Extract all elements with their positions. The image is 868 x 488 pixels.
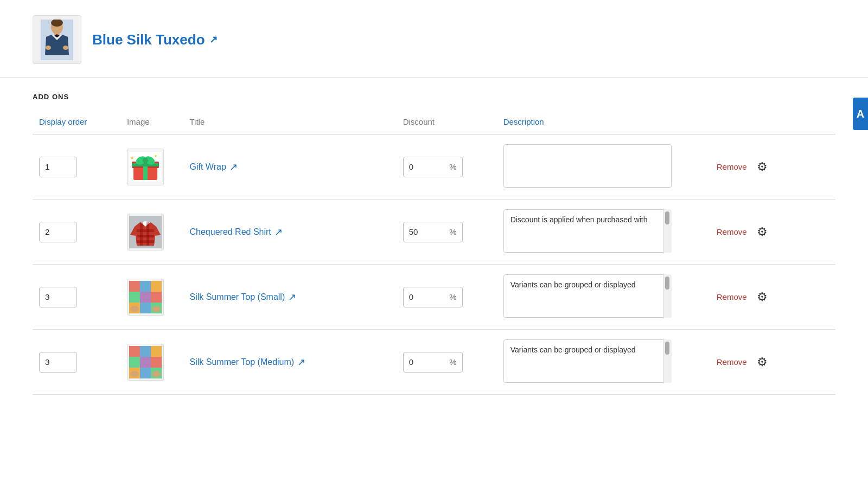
svg-rect-34 <box>140 357 151 368</box>
remove-button[interactable]: Remove <box>717 162 747 171</box>
th-description: Description <box>497 112 710 134</box>
svg-rect-23 <box>151 292 162 303</box>
th-title: Title <box>183 112 397 134</box>
th-display-order[interactable]: Display order <box>33 112 120 134</box>
summer-top-image <box>129 346 162 378</box>
item-title-cell: Silk Summer Top (Medium)↗ <box>183 330 397 395</box>
item-title-text: Silk Summer Top (Medium) <box>190 357 295 367</box>
description-scrollbar-thumb <box>665 277 669 290</box>
item-title-cell: Silk Summer Top (Small)↗ <box>183 265 397 330</box>
svg-rect-35 <box>151 357 162 368</box>
svg-point-27 <box>130 306 139 312</box>
item-title-link[interactable]: Silk Summer Top (Medium)↗ <box>190 356 390 368</box>
item-title-cell: Chequered Red Shirt↗ <box>183 200 397 265</box>
settings-gear-icon[interactable]: ⚙ <box>757 290 768 304</box>
display-order-input[interactable] <box>39 157 77 177</box>
actions-cell: Remove⚙ <box>710 330 835 395</box>
svg-point-28 <box>152 306 161 312</box>
description-scrollbar-thumb <box>665 211 669 224</box>
display-order-input[interactable] <box>39 222 77 242</box>
product-title: Blue Silk Tuxedo <box>92 31 205 48</box>
description-scrollbar-thumb <box>665 342 669 355</box>
product-title-link[interactable]: Blue Silk Tuxedo ↗ <box>92 31 218 48</box>
svg-rect-25 <box>140 303 151 313</box>
product-thumbnail <box>33 15 81 64</box>
product-image-cell <box>120 330 183 395</box>
page: Blue Silk Tuxedo ↗ ADD ONS Display order… <box>0 0 868 488</box>
product-image-cell <box>120 265 183 330</box>
discount-group: % <box>403 157 463 177</box>
discount-group: % <box>403 287 463 307</box>
item-title-cell: Gift Wrap↗ <box>183 134 397 200</box>
description-textarea[interactable] <box>503 339 672 383</box>
actions-container: Remove⚙ <box>717 225 829 239</box>
actions-container: Remove⚙ <box>717 355 829 369</box>
settings-gear-icon[interactable]: ⚙ <box>757 160 768 174</box>
display-order-cell <box>33 330 120 395</box>
settings-gear-icon[interactable]: ⚙ <box>757 355 768 369</box>
table-row: Silk Summer Top (Small)↗%Remove⚙ <box>33 265 835 330</box>
table-header-row: Display order Image Title Discount Descr… <box>33 112 835 134</box>
svg-rect-19 <box>140 281 151 292</box>
product-header: Blue Silk Tuxedo ↗ <box>0 0 868 77</box>
th-actions <box>710 112 835 134</box>
svg-rect-21 <box>129 292 140 303</box>
description-cell <box>497 330 710 395</box>
discount-percent-symbol: % <box>447 162 462 171</box>
description-textarea[interactable] <box>503 209 672 253</box>
remove-button[interactable]: Remove <box>717 357 747 367</box>
external-link-icon: ↗ <box>209 34 218 46</box>
actions-cell: Remove⚙ <box>710 134 835 200</box>
discount-input[interactable] <box>404 292 448 301</box>
discount-input[interactable] <box>404 357 448 367</box>
discount-percent-symbol: % <box>447 227 462 236</box>
description-scrollbar <box>663 339 672 383</box>
item-title-link[interactable]: Chequered Red Shirt↗ <box>190 226 390 238</box>
table-row: Chequered Red Shirt↗%Remove⚙ <box>33 200 835 265</box>
table-row: Silk Summer Top (Medium)↗%Remove⚙ <box>33 330 835 395</box>
description-textarea[interactable] <box>503 144 672 188</box>
discount-cell: % <box>397 265 497 330</box>
product-image-red-shirt <box>127 214 164 251</box>
svg-rect-22 <box>140 292 151 303</box>
discount-cell: % <box>397 200 497 265</box>
display-order-input[interactable] <box>39 287 77 307</box>
description-cell <box>497 265 710 330</box>
product-image-cell: ★ ★ <box>120 134 183 200</box>
item-title-link[interactable]: Silk Summer Top (Small)↗ <box>190 291 390 303</box>
display-order-input[interactable] <box>39 352 77 373</box>
discount-input[interactable] <box>404 227 448 236</box>
svg-point-4 <box>46 46 51 50</box>
product-image-gift-wrap: ★ ★ <box>127 149 164 185</box>
table-row: ★ ★ Gift Wrap↗%Remove⚙ <box>33 134 835 200</box>
svg-text:★: ★ <box>154 154 157 158</box>
svg-point-5 <box>63 46 68 50</box>
gift-wrap-image: ★ ★ <box>129 152 162 182</box>
remove-button[interactable]: Remove <box>717 227 747 236</box>
discount-cell: % <box>397 134 497 200</box>
red-shirt-image <box>129 216 162 248</box>
description-textarea[interactable] <box>503 274 672 318</box>
summer-top-image <box>129 281 162 313</box>
discount-input[interactable] <box>404 162 448 171</box>
item-external-link-icon: ↗ <box>288 291 296 303</box>
item-title-link[interactable]: Gift Wrap↗ <box>190 161 390 173</box>
svg-rect-10 <box>132 163 159 166</box>
actions-cell: Remove⚙ <box>710 200 835 265</box>
actions-cell: Remove⚙ <box>710 265 835 330</box>
remove-button[interactable]: Remove <box>717 292 747 301</box>
item-external-link-icon: ↗ <box>275 226 283 238</box>
item-external-link-icon: ↗ <box>297 356 305 368</box>
svg-rect-18 <box>129 281 140 292</box>
svg-rect-30 <box>129 346 140 357</box>
settings-gear-icon[interactable]: ⚙ <box>757 225 768 239</box>
svg-point-39 <box>130 371 139 377</box>
product-image-cell <box>120 200 183 265</box>
item-title-text: Gift Wrap <box>190 162 226 172</box>
discount-percent-symbol: % <box>447 357 462 367</box>
th-image: Image <box>120 112 183 134</box>
product-thumbnail-image <box>41 20 73 60</box>
svg-point-40 <box>152 371 161 377</box>
svg-rect-9 <box>143 166 148 180</box>
svg-rect-20 <box>151 281 162 292</box>
